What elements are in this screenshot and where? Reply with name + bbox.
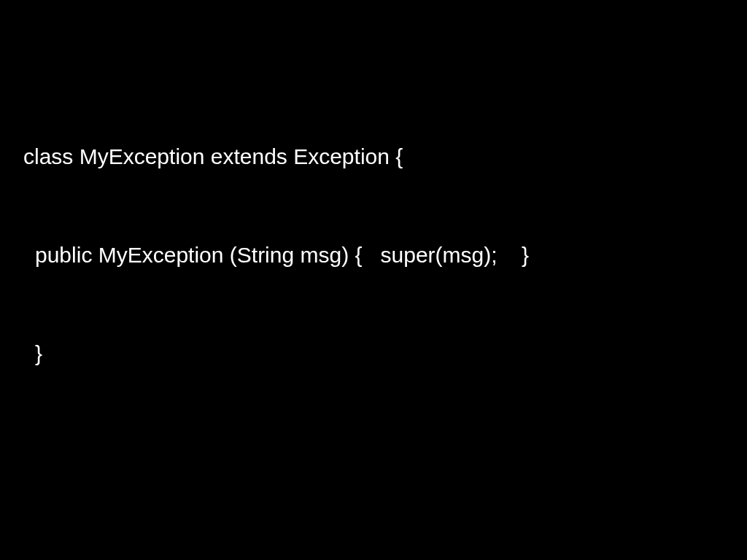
code-line: public MyException (String msg) { super(… [0, 238, 747, 271]
code-line: class MyException extends Exception { [0, 140, 747, 173]
code-slide: class MyException extends Exception { pu… [0, 9, 747, 560]
code-line: } [0, 337, 747, 370]
code-block-2: class TestMyException { public static vo… [0, 517, 747, 560]
code-block-1: class MyException extends Exception { pu… [0, 74, 747, 435]
